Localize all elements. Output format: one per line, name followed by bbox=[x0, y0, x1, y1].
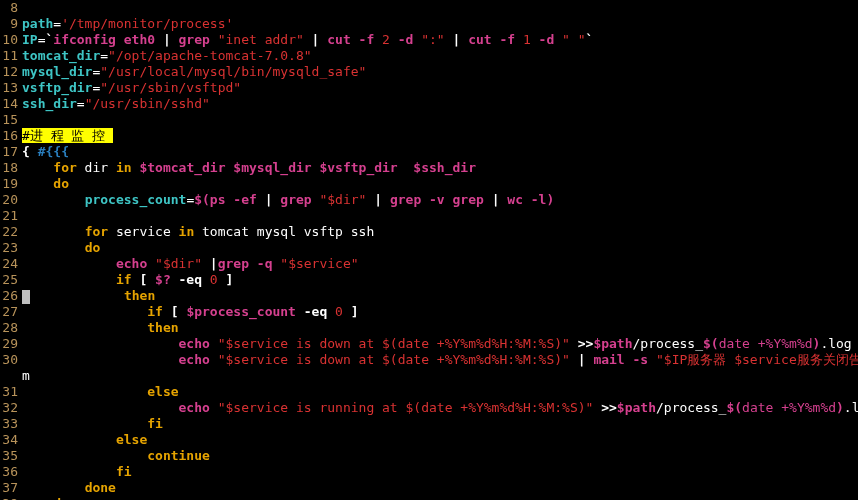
code-line[interactable]: 13vsftp_dir="/usr/sbin/vsftpd" bbox=[0, 80, 858, 96]
code-line[interactable]: 33 fi bbox=[0, 416, 858, 432]
code-line[interactable]: 16#进 程 监 控 bbox=[0, 128, 858, 144]
code-line[interactable]: 19 do bbox=[0, 176, 858, 192]
code-line[interactable]: 23 do bbox=[0, 240, 858, 256]
code-line[interactable]: 31 else bbox=[0, 384, 858, 400]
line-number: 10 bbox=[0, 32, 22, 48]
highlighted-text: #进 程 监 控 bbox=[22, 128, 113, 143]
line-number: 21 bbox=[0, 208, 22, 224]
code-line[interactable]: 18 for dir in $tomcat_dir $mysql_dir $vs… bbox=[0, 160, 858, 176]
line-number: 29 bbox=[0, 336, 22, 352]
cursor bbox=[22, 290, 30, 304]
line-number: 14 bbox=[0, 96, 22, 112]
code-line[interactable]: 28 then bbox=[0, 320, 858, 336]
line-number: 36 bbox=[0, 464, 22, 480]
code-line[interactable]: 12mysql_dir="/usr/local/mysql/bin/mysqld… bbox=[0, 64, 858, 80]
line-number: 11 bbox=[0, 48, 22, 64]
line-number: 35 bbox=[0, 448, 22, 464]
code-line[interactable]: 11tomcat_dir="/opt/apache-tomcat-7.0.8" bbox=[0, 48, 858, 64]
line-number: 19 bbox=[0, 176, 22, 192]
line-number: 28 bbox=[0, 320, 22, 336]
code-line[interactable]: 32 echo "$service is running at $(date +… bbox=[0, 400, 858, 416]
code-line[interactable]: 9path='/tmp/monitor/process' bbox=[0, 16, 858, 32]
line-number: 38 bbox=[0, 496, 22, 500]
line-number: 34 bbox=[0, 432, 22, 448]
line-number: 20 bbox=[0, 192, 22, 208]
code-line[interactable]: 29 echo "$service is down at $(date +%Y%… bbox=[0, 336, 858, 352]
code-line[interactable]: 25 if [ $? -eq 0 ] bbox=[0, 272, 858, 288]
line-number: 15 bbox=[0, 112, 22, 128]
line-number: 8 bbox=[0, 0, 22, 16]
code-line[interactable]: 22 for service in tomcat mysql vsftp ssh bbox=[0, 224, 858, 240]
line-number: 32 bbox=[0, 400, 22, 416]
line-number: 31 bbox=[0, 384, 22, 400]
line-number: 25 bbox=[0, 272, 22, 288]
line-number: 18 bbox=[0, 160, 22, 176]
line-number: 12 bbox=[0, 64, 22, 80]
code-line-wrap[interactable]: m bbox=[0, 368, 858, 384]
code-editor[interactable]: 8 9path='/tmp/monitor/process' 10IP=`ifc… bbox=[0, 0, 858, 500]
code-line[interactable]: 26 then bbox=[0, 288, 858, 304]
code-line[interactable]: 21 bbox=[0, 208, 858, 224]
code-line[interactable]: 38 done bbox=[0, 496, 858, 500]
code-line[interactable]: 27 if [ $process_count -eq 0 ] bbox=[0, 304, 858, 320]
line-number: 17 bbox=[0, 144, 22, 160]
line-number: 9 bbox=[0, 16, 22, 32]
code-line[interactable]: 34 else bbox=[0, 432, 858, 448]
line-number: 26 bbox=[0, 288, 22, 304]
line-number: 33 bbox=[0, 416, 22, 432]
line-number: 22 bbox=[0, 224, 22, 240]
line-number: 27 bbox=[0, 304, 22, 320]
code-line[interactable]: 37 done bbox=[0, 480, 858, 496]
code-line[interactable]: 14ssh_dir="/usr/sbin/sshd" bbox=[0, 96, 858, 112]
code-line[interactable]: 35 continue bbox=[0, 448, 858, 464]
line-number: 30 bbox=[0, 352, 22, 368]
code-line[interactable]: 30 echo "$service is down at $(date +%Y%… bbox=[0, 352, 858, 368]
code-line[interactable]: 20 process_count=$(ps -ef | grep "$dir" … bbox=[0, 192, 858, 208]
code-line[interactable]: 8 bbox=[0, 0, 858, 16]
code-line[interactable]: 17{ #{{{ bbox=[0, 144, 858, 160]
line-number: 16 bbox=[0, 128, 22, 144]
line-number: 24 bbox=[0, 256, 22, 272]
line-number: 37 bbox=[0, 480, 22, 496]
code-line[interactable]: 10IP=`ifconfig eth0 | grep "inet addr" |… bbox=[0, 32, 858, 48]
code-line[interactable]: 24 echo "$dir" |grep -q "$service" bbox=[0, 256, 858, 272]
line-number: 13 bbox=[0, 80, 22, 96]
code-line[interactable]: 15 bbox=[0, 112, 858, 128]
line-number: 23 bbox=[0, 240, 22, 256]
code-line[interactable]: 36 fi bbox=[0, 464, 858, 480]
